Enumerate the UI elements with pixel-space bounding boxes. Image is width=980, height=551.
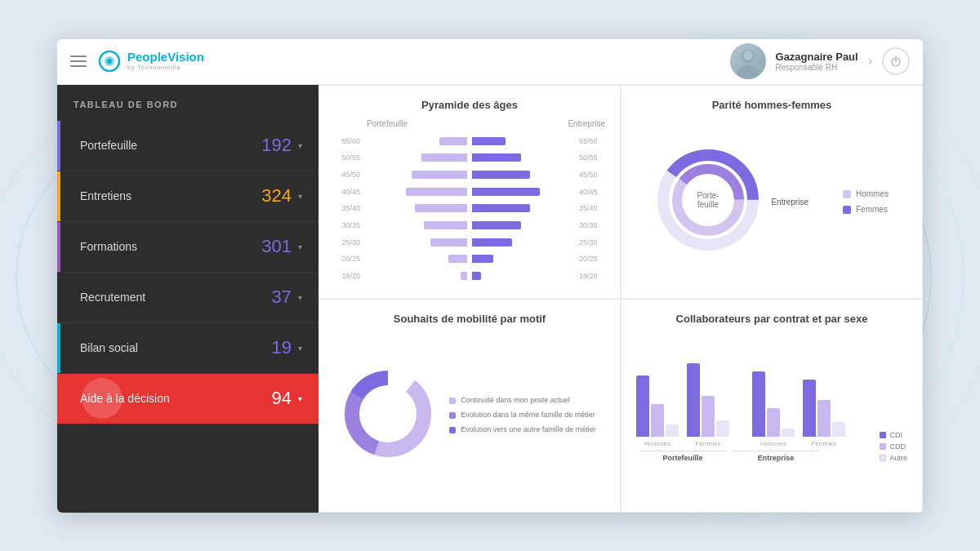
pyramid-rows: 55/60 55/60 50/55 50/55 45/50 xyxy=(334,133,605,285)
pyramid-header: Portefeuille Entreprise xyxy=(334,119,605,128)
pyramid-row: 35/40 35/40 xyxy=(334,202,605,214)
user-info: Gazagnaire Paul Responsable RH xyxy=(776,51,858,72)
pyramid-row: 50/55 50/55 xyxy=(334,152,605,163)
pyramid-age-label: 25/30 xyxy=(334,238,360,247)
collab-legend: CDI CDD Autre xyxy=(880,431,907,462)
pyramid-bar-right xyxy=(472,171,530,179)
mobilite-legend-1: Evolution dans la même famille de métier xyxy=(449,411,596,420)
user-avatar xyxy=(730,43,766,79)
chart-collaborateurs: Collaborateurs par contrat et par sexe xyxy=(621,299,923,513)
pyramid-row: 55/60 55/60 xyxy=(334,136,605,147)
collab-bars: Hommes Femmes xyxy=(636,369,865,451)
label-eh: Hommes xyxy=(760,440,786,447)
bar-eh-cdd xyxy=(767,408,780,437)
mobilite-dot-1 xyxy=(449,412,456,419)
header-right: Gazagnaire Paul Responsable RH › xyxy=(730,43,910,79)
main-content: TABLEAU DE BORD Portefeuille 192 ▾ Entre… xyxy=(57,85,923,513)
label-ph: Hommes xyxy=(644,440,670,447)
sidebar-item-aide[interactable]: Aide à la décision 94 ▾ xyxy=(57,374,318,424)
pyramid-age-label-r: 30/35 xyxy=(579,221,605,229)
bar-ef-cdd xyxy=(817,400,831,437)
pyramid-bar-right xyxy=(472,153,521,162)
section-label-portefeuille: Portefeuille xyxy=(639,451,726,462)
entretiens-label: Entretiens xyxy=(74,189,261,202)
collab-bars-ef xyxy=(803,380,845,437)
pyramid-age-label-r: 55/60 xyxy=(579,137,605,145)
pyramid-bar-left xyxy=(415,204,467,212)
mobilite-dot-2 xyxy=(449,427,456,433)
collab-bars-ph xyxy=(636,375,679,437)
pyramid-age-label-r: 45/50 xyxy=(579,171,605,179)
pyramid-left-side xyxy=(364,188,467,196)
mobilite-label-1: Evolution dans la même famille de métier xyxy=(461,411,595,420)
sidebar-item-formations[interactable]: Formations 301 ▾ xyxy=(57,222,318,273)
bar-ph-cdi xyxy=(636,375,649,437)
bar-pf-cdi xyxy=(687,363,700,437)
pyramid-chart: Portefeuille Entreprise 55/60 55/60 50/5… xyxy=(334,119,605,285)
autre-label: Autre xyxy=(889,454,907,462)
bilan-label: Bilan social xyxy=(74,341,272,354)
svg-text:Porte-: Porte- xyxy=(697,191,719,200)
pyramid-right-side xyxy=(472,255,575,263)
bar-ef-cdi xyxy=(803,380,816,437)
chart-pyramide: Pyramide des âges Portefeuille Entrepris… xyxy=(318,85,621,299)
mobilite-donut xyxy=(343,369,433,462)
cdi-dot xyxy=(880,432,886,438)
app-window: PeopleVision by Technomedia xyxy=(57,39,923,513)
pyramid-bar-left xyxy=(424,221,467,229)
power-button[interactable] xyxy=(882,47,910,75)
aide-arrow-icon: ▾ xyxy=(298,394,302,403)
pyramid-age-label-r: 25/30 xyxy=(579,238,605,247)
mobilite-container: Continuité dans mon poste actuel Evoluti… xyxy=(343,369,596,462)
collab-bars-eh xyxy=(752,371,795,437)
legend-cdi: CDI xyxy=(880,431,907,439)
header-left: PeopleVision by Technomedia xyxy=(70,50,204,73)
sidebar-item-portefeuille[interactable]: Portefeuille 192 ▾ xyxy=(57,121,318,171)
hamburger-menu[interactable] xyxy=(70,56,87,67)
legend-cdd: CDD xyxy=(880,442,907,451)
mobilite-legend-2: Evolution vers une autre famille de méti… xyxy=(449,425,596,435)
portefeuille-accent xyxy=(57,121,60,171)
pyramid-right-side xyxy=(472,153,575,162)
avatar-img xyxy=(730,43,766,79)
pyramid-right-side xyxy=(472,204,575,212)
collab-main: Hommes Femmes xyxy=(636,369,907,462)
pyramid-right-side xyxy=(472,171,575,179)
collaborateurs-title: Collaborateurs par contrat et par sexe xyxy=(636,313,907,325)
section-label-entreprise: Entreprise xyxy=(733,451,819,462)
mobilite-body: Continuité dans mon poste actuel Evoluti… xyxy=(334,333,605,499)
collab-section-labels: Portefeuille Entreprise xyxy=(636,451,865,462)
pyramid-bar-right xyxy=(472,188,540,196)
parite-body: Porte- feuille Entreprise Hommes xyxy=(636,119,907,285)
label-ef: Femmes xyxy=(811,440,836,447)
pyramid-bar-left xyxy=(406,188,467,196)
sidebar-item-entretiens[interactable]: Entretiens 324 ▾ xyxy=(57,171,318,222)
collab-group-pf: Femmes xyxy=(687,363,729,447)
recrutement-count: 37 xyxy=(272,287,292,308)
pyramid-left-side xyxy=(364,204,467,212)
legend-autre: Autre xyxy=(880,454,907,462)
pyramid-row: 45/50 45/50 xyxy=(334,169,605,180)
pyramid-bar-right xyxy=(472,137,506,145)
mobilite-dot-0 xyxy=(449,398,456,404)
cdi-label: CDI xyxy=(889,431,902,439)
collab-group-eh: Hommes xyxy=(752,371,795,447)
user-chevron-icon[interactable]: › xyxy=(868,54,872,69)
pyramid-bar-right xyxy=(472,221,521,229)
sidebar-item-recrutement[interactable]: Recrutement 37 ▾ xyxy=(57,273,318,323)
pyramid-left-side xyxy=(364,255,467,263)
pyramid-age-label: 35/40 xyxy=(334,204,360,212)
pyramid-bar-right xyxy=(472,272,481,280)
sidebar-item-bilan[interactable]: Bilan social 19 ▾ xyxy=(57,323,318,374)
bar-ef-autre xyxy=(832,422,845,437)
header: PeopleVision by Technomedia xyxy=(57,39,923,85)
pyramid-age-label: 45/50 xyxy=(334,171,360,179)
sidebar-title: TABLEAU DE BORD xyxy=(57,85,318,121)
logo-text: PeopleVision by Technomedia xyxy=(127,51,204,71)
parite-title: Parité hommes-femmes xyxy=(636,99,907,111)
sidebar: TABLEAU DE BORD Portefeuille 192 ▾ Entre… xyxy=(57,85,318,513)
recrutement-accent xyxy=(57,273,60,322)
pyramid-row: 18/20 18/20 xyxy=(334,270,605,282)
mobilite-title: Souhaits de mobilité par motif xyxy=(334,313,605,325)
portefeuille-arrow-icon: ▾ xyxy=(298,141,302,150)
